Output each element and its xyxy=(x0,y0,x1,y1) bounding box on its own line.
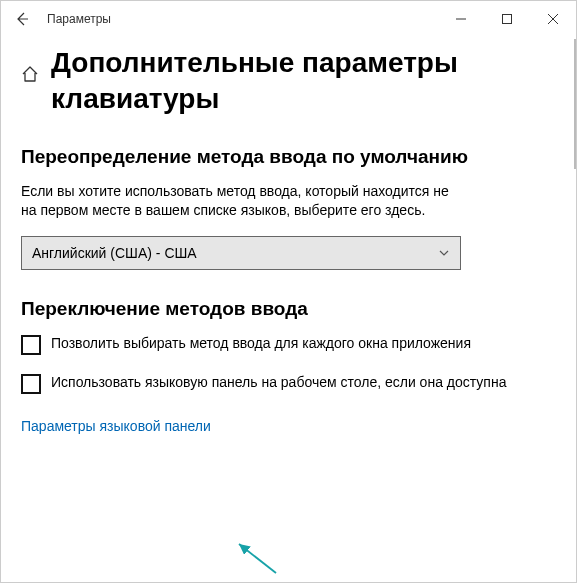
annotation-arrow-icon xyxy=(231,538,281,578)
svg-rect-1 xyxy=(503,15,512,24)
chevron-down-icon xyxy=(438,247,450,259)
section-override-description: Если вы хотите использовать метод ввода,… xyxy=(21,182,461,220)
home-button[interactable] xyxy=(21,65,39,83)
back-button[interactable] xyxy=(1,1,43,37)
section-switch-title: Переключение методов ввода xyxy=(21,298,556,320)
dropdown-selected-value: Английский (США) - США xyxy=(32,245,197,261)
window-title: Параметры xyxy=(47,12,111,26)
checkbox-per-window-row[interactable]: Позволить выбирать метод ввода для каждо… xyxy=(21,334,521,355)
language-bar-options-link[interactable]: Параметры языковой панели xyxy=(21,418,211,434)
home-icon xyxy=(21,65,39,83)
minimize-icon xyxy=(455,13,467,25)
maximize-button[interactable] xyxy=(484,1,530,37)
close-button[interactable] xyxy=(530,1,576,37)
content-area: Переопределение метода ввода по умолчани… xyxy=(1,146,576,434)
minimize-button[interactable] xyxy=(438,1,484,37)
arrow-left-icon xyxy=(14,11,30,27)
default-input-method-dropdown[interactable]: Английский (США) - США xyxy=(21,236,461,270)
section-override-title: Переопределение метода ввода по умолчани… xyxy=(21,146,556,168)
scrollbar[interactable] xyxy=(574,39,576,169)
close-icon xyxy=(547,13,559,25)
checkbox-per-window[interactable] xyxy=(21,335,41,355)
page-title: Дополнительные параметры клавиатуры xyxy=(51,45,556,118)
checkbox-language-bar-row[interactable]: Использовать языковую панель на рабочем … xyxy=(21,373,521,394)
checkbox-language-bar-label: Использовать языковую панель на рабочем … xyxy=(51,373,506,392)
page-header: Дополнительные параметры клавиатуры xyxy=(1,37,576,118)
checkbox-language-bar[interactable] xyxy=(21,374,41,394)
titlebar: Параметры xyxy=(1,1,576,37)
maximize-icon xyxy=(501,13,513,25)
svg-line-4 xyxy=(239,544,276,573)
checkbox-per-window-label: Позволить выбирать метод ввода для каждо… xyxy=(51,334,471,353)
